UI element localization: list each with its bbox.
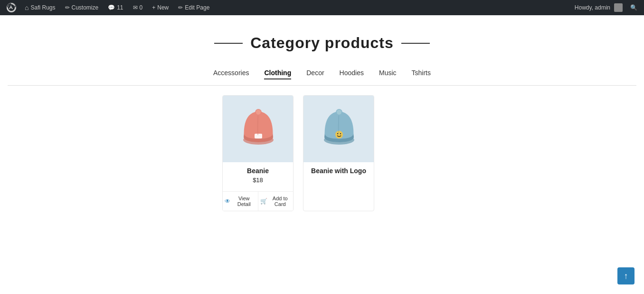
category-tabs: Accessories Clothing Decor Hoodies Music… — [8, 61, 636, 86]
eye-icon: 👁 — [225, 198, 230, 205]
wp-logo[interactable] — [4, 0, 19, 15]
admin-avatar — [614, 3, 623, 12]
tab-tshirts[interactable]: Tshirts — [412, 67, 431, 79]
product-info-beanie: Beanie $18 — [223, 162, 293, 191]
adminbar-comments[interactable]: 💬 11 — [104, 0, 127, 15]
tab-hoodies[interactable]: Hoodies — [340, 67, 364, 79]
product-price-beanie: $18 — [227, 176, 288, 184]
page-title: Category products — [250, 34, 393, 52]
tab-clothing[interactable]: Clothing — [264, 67, 291, 79]
plus-icon: + — [152, 4, 155, 11]
svg-point-7 — [340, 133, 341, 134]
product-info-beanie-logo: Beanie with Logo — [303, 162, 374, 180]
search-icon: 🔍 — [630, 4, 637, 11]
product-card-beanie: Beanie $18 👁 View Detail 🛒 Add to Card — [222, 95, 294, 211]
product-name-beanie-logo: Beanie with Logo — [308, 167, 369, 175]
messages-count: 0 — [140, 4, 143, 11]
adminbar-customize[interactable]: ✏ Customize — [61, 0, 103, 15]
cart-icon: 🛒 — [260, 198, 267, 205]
svg-point-6 — [337, 133, 338, 134]
products-grid: Beanie $18 👁 View Detail 🛒 Add to Card — [70, 95, 574, 211]
customize-icon: ✏ — [65, 4, 70, 11]
tab-decor[interactable]: Decor — [306, 67, 324, 79]
svg-point-9 — [337, 110, 341, 115]
beanie-logo-svg — [320, 108, 358, 150]
adminbar-site[interactable]: ⌂ Safi Rugs — [21, 0, 59, 15]
adminbar-search[interactable]: 🔍 — [627, 0, 640, 15]
edit-icon: ✏ — [178, 4, 183, 11]
product-actions-beanie: 👁 View Detail 🛒 Add to Card — [223, 191, 293, 211]
adminbar-edit-page[interactable]: ✏ Edit Page — [174, 0, 213, 15]
products-area: Beanie $18 👁 View Detail 🛒 Add to Card — [61, 95, 583, 211]
tab-music[interactable]: Music — [379, 67, 397, 79]
product-card-beanie-logo: Beanie with Logo — [303, 95, 374, 211]
customize-label: Customize — [72, 4, 99, 11]
adminbar-messages[interactable]: ✉ 0 — [129, 0, 147, 15]
comments-count: 11 — [117, 4, 123, 11]
view-detail-button-beanie[interactable]: 👁 View Detail — [223, 192, 258, 211]
svg-rect-1 — [255, 134, 262, 138]
page-title-section: Category products — [8, 15, 636, 61]
howdy-label: Howdy, admin — [575, 4, 610, 11]
comment-icon: 💬 — [108, 4, 115, 11]
new-label: New — [157, 4, 169, 11]
adminbar-new[interactable]: + New — [148, 0, 172, 15]
page-content: Category products Accessories Clothing D… — [0, 15, 644, 211]
adminbar-howdy[interactable]: Howdy, admin — [572, 0, 625, 15]
tab-accessories[interactable]: Accessories — [213, 67, 249, 79]
title-line-right — [401, 43, 430, 44]
admin-bar: ⌂ Safi Rugs ✏ Customize 💬 11 ✉ 0 + New ✏… — [0, 0, 644, 15]
svg-point-5 — [335, 131, 343, 138]
beanie-svg — [239, 108, 277, 150]
svg-point-3 — [256, 110, 261, 115]
site-name: Safi Rugs — [30, 4, 55, 11]
site-icon: ⌂ — [25, 4, 28, 11]
cart-label: Add to Card — [269, 196, 292, 207]
product-image-beanie — [223, 96, 294, 162]
product-name-beanie: Beanie — [227, 167, 288, 175]
product-image-beanie-logo — [303, 96, 374, 162]
view-label: View Detail — [232, 196, 256, 207]
message-icon: ✉ — [133, 4, 138, 11]
title-line-left — [214, 43, 243, 44]
add-to-cart-button-beanie[interactable]: 🛒 Add to Card — [258, 192, 294, 211]
edit-label: Edit Page — [185, 4, 209, 11]
